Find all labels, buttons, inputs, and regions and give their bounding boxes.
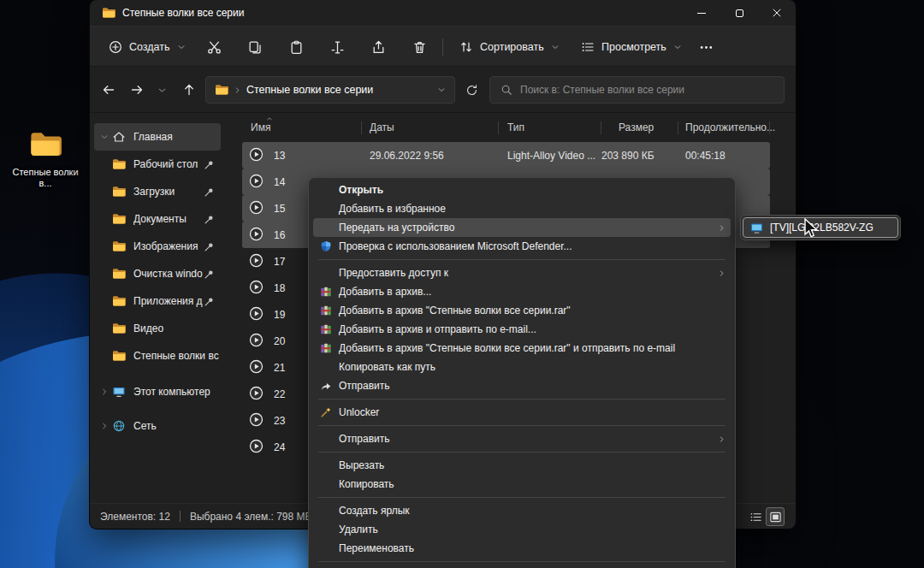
context-menu-item-defender-scan[interactable]: Проверка с использованием Microsoft Defe… (313, 237, 731, 256)
command-bar: Создать Сортировать Просмотреть (90, 26, 796, 67)
copy-button[interactable] (239, 33, 271, 61)
context-menu-item-winrar-email[interactable]: Добавить в архив и отправить по e-mail..… (313, 320, 731, 339)
column-header-name[interactable]: Имя (242, 115, 362, 140)
winrar-icon (313, 305, 339, 317)
context-menu-item-delete[interactable]: Удалить (313, 520, 731, 539)
menu-item-label: Открыть (339, 184, 383, 196)
chevron-down-icon (177, 43, 186, 51)
search-input[interactable] (520, 84, 773, 96)
view-label: Просмотреть (601, 41, 666, 53)
minimize-button[interactable] (683, 0, 720, 26)
context-menu-item-copy-as-path[interactable]: Копировать как путь (313, 358, 731, 376)
paste-button[interactable] (280, 33, 312, 61)
share-button[interactable] (362, 33, 394, 61)
context-menu-item-cast-to-device[interactable]: Передать на устройство (313, 218, 731, 237)
folder-icon (215, 83, 228, 97)
ellipsis-icon (699, 40, 714, 55)
thumbnails-view-button[interactable] (766, 507, 785, 526)
context-menu-item-give-access[interactable]: Предоставить доступ к (313, 263, 731, 282)
maximize-button[interactable] (720, 0, 758, 26)
desktop: Степные волки в... Степные волки все сер… (0, 0, 924, 568)
cut-button[interactable] (198, 33, 230, 61)
minimize-icon (697, 13, 706, 14)
play-circle-icon (249, 333, 264, 350)
maximize-icon (736, 9, 743, 17)
sort-button[interactable]: Сортировать (451, 33, 568, 61)
chevron-right-icon[interactable] (97, 422, 112, 430)
forward-button[interactable] (125, 78, 149, 102)
file-name: 18 (274, 282, 285, 294)
play-circle-icon (249, 359, 264, 376)
folder-icon (112, 212, 126, 226)
sidebar-item-label: Сеть (133, 420, 221, 432)
sidebar-item-pictures[interactable]: Изображения (94, 233, 221, 260)
sidebar-item-label: Приложения д (133, 295, 204, 307)
context-menu-item-unlocker[interactable]: Unlocker (313, 403, 731, 422)
sidebar-item-label: Загрузки (133, 186, 204, 198)
column-header-size[interactable]: Размер (601, 115, 678, 140)
column-header-duration[interactable]: Продолжительно... (678, 115, 770, 140)
context-menu-item-add-to-favorites[interactable]: Добавить в избранное (313, 199, 731, 218)
breadcrumb-path[interactable]: Степные волки все серии (246, 84, 432, 96)
context-menu-item-winrar-add-named[interactable]: Добавить в архив "Степные волки все сери… (313, 301, 731, 320)
home-icon (112, 130, 126, 144)
view-button[interactable]: Просмотреть (572, 33, 690, 61)
context-menu-item-cut[interactable]: Вырезать (313, 456, 731, 475)
file-row[interactable]: 13 29.06.2022 9:56 Light-Alloy Video ...… (242, 142, 770, 169)
menu-separator (318, 497, 726, 498)
sidebar-item-home[interactable]: Главная (94, 123, 221, 151)
play-circle-icon (249, 200, 264, 217)
paste-icon (289, 40, 304, 55)
chevron-right-icon (234, 86, 241, 94)
context-menu-item-share[interactable]: Отправить (313, 376, 731, 395)
context-menu-item-send-to[interactable]: Отправить (313, 429, 731, 448)
sidebar-item-stepnye-volki[interactable]: Степные волки вс (94, 342, 221, 370)
more-options-button[interactable] (690, 33, 722, 61)
search-box[interactable] (489, 76, 785, 104)
title-bar[interactable]: Степные волки все серии (90, 0, 796, 26)
column-header-date[interactable]: Даты (362, 115, 499, 140)
desktop-folder-shortcut[interactable]: Степные волки в... (7, 128, 84, 189)
recent-locations-button[interactable] (151, 78, 172, 102)
context-menu-item-open[interactable]: Открыть (313, 180, 731, 199)
delete-button[interactable] (403, 33, 435, 61)
file-name: 15 (274, 203, 285, 215)
chevron-right-icon[interactable] (97, 388, 112, 396)
create-new-label: Создать (129, 41, 170, 53)
sidebar-item-network[interactable]: Сеть (94, 412, 221, 440)
play-circle-icon (249, 174, 264, 191)
chevron-down-icon (673, 43, 682, 51)
context-menu-item-copy[interactable]: Копировать (313, 475, 731, 494)
chevron-down-icon[interactable] (437, 86, 446, 94)
context-menu-item-create-shortcut[interactable]: Создать ярлык (313, 501, 731, 520)
chevron-down-icon[interactable] (97, 133, 112, 141)
details-view-button[interactable] (746, 507, 765, 526)
column-header-type[interactable]: Тип (499, 115, 601, 140)
menu-item-label: Копировать (339, 478, 394, 490)
pin-icon (204, 296, 216, 307)
breadcrumb[interactable]: Степные волки все серии (205, 76, 455, 104)
view-lines-icon (581, 40, 595, 54)
scissors-icon (207, 40, 222, 55)
context-menu-item-winrar-add[interactable]: Добавить в архив... (313, 282, 731, 301)
sidebar-item-documents[interactable]: Документы (94, 205, 221, 233)
back-button[interactable] (97, 78, 121, 102)
sidebar-item-cleanup[interactable]: Очистка windo (94, 260, 221, 287)
details-view-icon (749, 511, 762, 524)
close-button[interactable] (758, 0, 796, 26)
menu-separator (318, 425, 726, 426)
up-button[interactable] (177, 78, 201, 102)
rename-button[interactable] (321, 33, 353, 61)
create-new-button[interactable]: Создать (100, 33, 194, 61)
sidebar-item-videos[interactable]: Видео (94, 315, 221, 342)
play-circle-icon (249, 280, 264, 297)
sidebar-item-apps[interactable]: Приложения д (94, 287, 221, 315)
refresh-button[interactable] (459, 78, 483, 102)
context-menu-item-winrar-named-email[interactable]: Добавить в архив "Степные волки все сери… (313, 339, 731, 358)
sidebar-item-this-pc[interactable]: Этот компьютер (94, 378, 221, 405)
sidebar-item-downloads[interactable]: Загрузки (94, 178, 221, 205)
window-title: Степные волки все серии (122, 7, 244, 19)
status-divider (180, 511, 181, 522)
sidebar-item-desktop[interactable]: Рабочий стол (94, 151, 221, 178)
context-menu-item-rename[interactable]: Переименовать (313, 539, 731, 558)
